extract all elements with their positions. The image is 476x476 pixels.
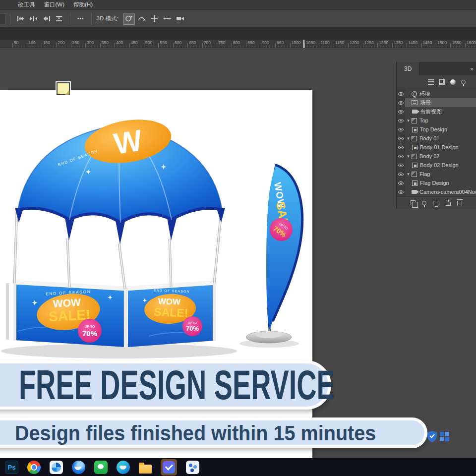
mesh-icon xyxy=(412,172,417,177)
3d-row-top[interactable]: ▾ Top xyxy=(397,116,476,125)
trash-icon[interactable] xyxy=(457,201,462,206)
visibility-eye-icon[interactable] xyxy=(397,161,405,170)
new-item-icon[interactable] xyxy=(446,200,451,206)
panel-tab-bar: 3D » xyxy=(397,62,476,75)
tool-preset-icon[interactable] xyxy=(0,13,6,24)
chevron-down-icon[interactable]: ▾ xyxy=(405,172,412,177)
visibility-eye-icon[interactable] xyxy=(397,134,405,143)
add-light-icon[interactable] xyxy=(422,201,426,205)
note-annotation-icon[interactable] xyxy=(57,82,70,95)
horizontal-ruler[interactable]: 5010015020025030035040045050055060065070… xyxy=(0,40,476,48)
render-icon[interactable] xyxy=(433,201,439,205)
3d-row-flag-design[interactable]: Flag Design xyxy=(397,178,476,187)
tab-3d[interactable]: 3D xyxy=(397,62,419,75)
windows-taskbar: Ps xyxy=(0,458,476,476)
align-right-icon[interactable] xyxy=(41,13,53,24)
visibility-eye-icon[interactable] xyxy=(397,170,405,178)
menu-item-tools[interactable]: 改工具 xyxy=(18,1,35,8)
visibility-eye-icon[interactable] xyxy=(397,152,405,161)
visibility-eye-icon[interactable] xyxy=(397,125,405,134)
taskbar-edge-icon[interactable] xyxy=(117,461,130,474)
align-left-icon[interactable] xyxy=(15,13,27,24)
ruler-tick-label: 350 xyxy=(102,40,109,45)
3d-layer-list: 环境 场景 当前视图 ▾ Top xyxy=(397,89,476,196)
texture-icon xyxy=(412,127,417,132)
menu-item-window[interactable]: 窗口(W) xyxy=(44,1,65,8)
filter-meshes-icon[interactable] xyxy=(439,79,445,85)
3d-row-body-01-design[interactable]: Body 01 Design xyxy=(397,143,476,152)
ruler-tick-label: 200 xyxy=(58,40,64,45)
mesh-icon xyxy=(412,136,417,141)
distribute-icon[interactable] xyxy=(54,13,65,24)
visibility-eye-icon[interactable] xyxy=(397,178,405,187)
taskbar-chrome-icon[interactable] xyxy=(27,461,41,474)
taskbar-browser-icon[interactable] xyxy=(72,461,85,474)
filter-materials-icon[interactable] xyxy=(450,79,456,85)
promo-banner-secondary: Design files finished within 15 minutes xyxy=(0,417,427,448)
ruler-tick-label: 400 xyxy=(116,40,123,45)
3d-row-camera[interactable]: Camera-camera004Nod xyxy=(397,187,476,196)
3d-layer-label: Body 02 Design xyxy=(420,162,459,168)
chevron-down-icon[interactable]: ▾ xyxy=(405,118,412,123)
ruler-tick-label: 1600 xyxy=(467,40,476,45)
menu-item-help[interactable]: 帮助(H) xyxy=(73,1,93,8)
3d-row-scene[interactable]: 场景 xyxy=(397,98,476,107)
3d-row-flag[interactable]: ▾ Flag xyxy=(397,170,476,178)
taskbar-dots-app-icon[interactable] xyxy=(186,461,199,474)
chevron-down-icon[interactable]: ▾ xyxy=(405,136,412,141)
taskbar-green-app-icon[interactable] xyxy=(94,461,108,474)
svg-text:SALE!: SALE! xyxy=(154,305,188,319)
ruler-tick-label: 1000 xyxy=(292,40,301,45)
mesh-icon xyxy=(412,154,417,159)
texture-icon xyxy=(412,145,417,150)
visibility-eye-icon[interactable] xyxy=(397,89,405,98)
visibility-eye-icon[interactable] xyxy=(397,187,405,196)
3d-row-body-02[interactable]: ▾ Body 02 xyxy=(397,152,476,161)
document-tab-strip xyxy=(0,28,476,40)
ruler-tick-label: 1500 xyxy=(437,40,447,45)
taskbar-active-app-highlight[interactable] xyxy=(161,459,177,476)
app-grid-logo xyxy=(440,432,449,441)
ruler-position-marker xyxy=(303,40,304,48)
3d-layer-label: Top xyxy=(419,118,428,123)
3d-orbit-mode-button[interactable] xyxy=(123,13,135,25)
promo-banner-primary: FREE DESIGN SERVICE xyxy=(0,360,331,410)
3d-row-current-view[interactable]: 当前视图 xyxy=(397,107,476,116)
camera-icon xyxy=(412,110,417,114)
filter-lights-icon[interactable] xyxy=(461,80,466,84)
ruler-tick-label: 700 xyxy=(204,40,211,45)
3d-zoom-camera-mode-button[interactable] xyxy=(175,13,186,25)
svg-text:70%: 70% xyxy=(186,325,199,332)
separator xyxy=(10,13,10,25)
3d-roll-mode-button[interactable] xyxy=(136,13,148,25)
3d-layer-label: Body 01 Design xyxy=(420,144,459,150)
ruler-tick-label: 550 xyxy=(160,40,167,45)
3d-pan-mode-button[interactable] xyxy=(149,13,161,25)
visibility-eye-icon[interactable] xyxy=(397,98,405,107)
taskbar-photoshop-icon[interactable]: Ps xyxy=(5,461,18,474)
overflow-menu-icon[interactable]: ••• xyxy=(74,16,87,21)
3d-layer-label: 环境 xyxy=(419,90,430,98)
taskbar-pinwheel-app-icon[interactable] xyxy=(50,461,63,474)
3d-row-body-01[interactable]: ▾ Body 01 xyxy=(397,134,476,143)
3d-row-top-design[interactable]: Top Design xyxy=(397,125,476,134)
3d-panel: 3D » 环境 场景 xyxy=(397,62,476,209)
visibility-eye-icon[interactable] xyxy=(397,143,405,152)
ruler-tick-label: 600 xyxy=(175,40,181,45)
chevron-down-icon[interactable]: ▾ xyxy=(405,154,412,159)
3d-slide-mode-button[interactable] xyxy=(162,13,174,25)
collapse-panel-icon[interactable]: » xyxy=(470,62,476,75)
3d-row-body-02-design[interactable]: Body 02 Design xyxy=(397,161,476,170)
3d-layer-label: Body 02 xyxy=(419,153,439,159)
layers-stack-icon[interactable] xyxy=(411,200,416,205)
visibility-eye-icon[interactable] xyxy=(397,116,405,125)
align-center-icon[interactable] xyxy=(28,13,40,24)
filter-scene-icon[interactable] xyxy=(428,79,434,85)
taskbar-file-explorer-icon[interactable] xyxy=(139,465,152,474)
ruler-tick-label: 300 xyxy=(87,40,94,45)
visibility-eye-icon[interactable] xyxy=(397,107,405,116)
taskbar-v-app-icon[interactable] xyxy=(163,461,175,474)
ruler-tick-label: 1350 xyxy=(394,40,403,45)
svg-text:UP TO: UP TO xyxy=(188,321,197,324)
3d-row-environment[interactable]: 环境 xyxy=(397,89,476,98)
